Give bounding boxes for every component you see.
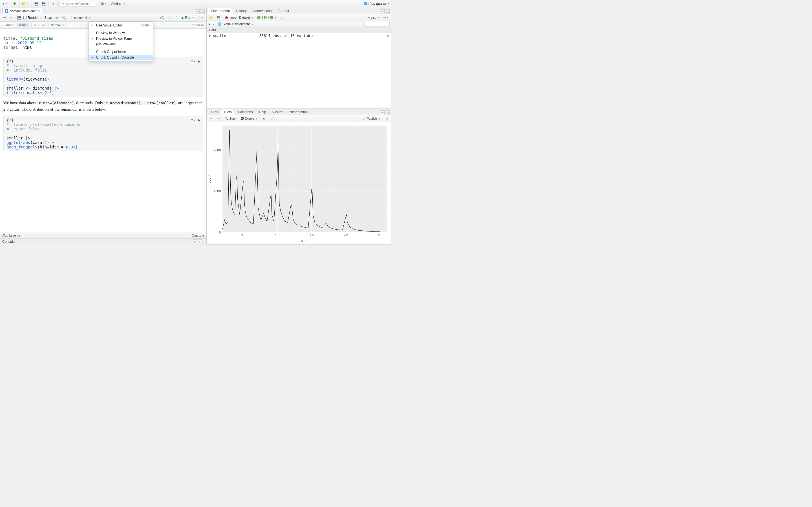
tab-presentation[interactable]: Presentation bbox=[286, 109, 311, 115]
tab-diamond-sizes[interactable]: ◆ diamond-sizes.qmd × bbox=[2, 8, 42, 14]
clear-workspace-icon[interactable]: 🧹 bbox=[280, 15, 286, 20]
render-button[interactable]: ➜Render bbox=[69, 16, 83, 20]
memory-usage[interactable]: 🟢 248 MiB ▼ bbox=[257, 16, 276, 19]
menu-use-visual-editor[interactable]: Use Visual Editor⇧⌘F4 bbox=[89, 22, 153, 28]
editor-tabstrip: ◆ diamond-sizes.qmd × ▭ ▢ bbox=[0, 7, 206, 14]
chunk-options-icon[interactable]: ≡▾ bbox=[191, 118, 196, 122]
render-options-dropdown: Use Visual Editor⇧⌘F4 Preview in Window … bbox=[89, 21, 153, 61]
save-doc-icon[interactable]: 💾 bbox=[16, 15, 22, 20]
env-search-input[interactable] bbox=[364, 22, 390, 26]
code-chunk-setup[interactable]: ≡▾▶ {r} #| label: setup #| include: fals… bbox=[3, 57, 203, 97]
prose-paragraph[interactable]: We have data about r nrow(diamonds) diam… bbox=[3, 100, 203, 113]
minimize-pane-icon[interactable]: ▭ bbox=[195, 9, 200, 14]
plot-next-icon[interactable]: ➡ bbox=[216, 116, 221, 121]
environment-scope[interactable]: 🌐 Global Environment ▼ bbox=[218, 22, 253, 26]
new-file-icon[interactable]: ●▼ bbox=[2, 1, 8, 6]
render-options-icon[interactable]: ⚙▼ bbox=[84, 15, 92, 20]
spellcheck-icon[interactable]: ✔ bbox=[54, 15, 60, 20]
run-chunk-icon[interactable]: ▶ bbox=[198, 118, 200, 122]
nav-down-icon[interactable]: ⇩ bbox=[174, 15, 179, 20]
menu-chunk-output-console[interactable]: Chunk Output in Console bbox=[89, 55, 153, 60]
addins-menu[interactable]: Addins▼ bbox=[111, 2, 125, 6]
italic-icon[interactable]: I bbox=[38, 23, 39, 27]
forward-icon[interactable]: ➡ bbox=[8, 15, 14, 20]
tab-viewer[interactable]: Viewer bbox=[269, 109, 285, 115]
grid-icon[interactable]: ▦▼ bbox=[100, 1, 107, 6]
svg-text:count: count bbox=[207, 175, 211, 183]
insert-chunk-icon[interactable]: +C bbox=[158, 15, 165, 20]
editor-status-bar: (Top Level)⇅ Quarto⇅ bbox=[0, 232, 206, 238]
tab-plots[interactable]: Plots bbox=[221, 109, 235, 115]
nav-up-icon[interactable]: ⇧ bbox=[167, 15, 172, 20]
paragraph-style[interactable]: Normal▼ bbox=[51, 23, 64, 27]
menu-chunk-output-inline[interactable]: Chunk Output Inline bbox=[89, 49, 153, 55]
view-mode-list[interactable]: ≡ List ▼ bbox=[368, 16, 379, 19]
refresh-env-icon[interactable]: ⟳▼ bbox=[383, 15, 390, 20]
publish-icon[interactable]: ☄▼ bbox=[197, 15, 205, 20]
run-chunk-icon[interactable]: ▶ bbox=[198, 59, 200, 63]
expand-object-icon[interactable]: ◐ bbox=[209, 34, 211, 38]
tab-tutorial[interactable]: Tutorial bbox=[274, 8, 292, 14]
visual-mode[interactable]: Visual bbox=[17, 23, 29, 27]
editor-toolbar: ⬅ ➡ 💾 Render on Save ✔ 🔍 ➜Render ⚙▼ Use … bbox=[0, 14, 206, 22]
tab-environment[interactable]: Environment bbox=[208, 8, 233, 14]
source-mode[interactable]: Source bbox=[2, 23, 15, 27]
load-workspace-icon[interactable]: 📂 bbox=[208, 15, 214, 20]
tab-connections[interactable]: Connections bbox=[250, 8, 275, 14]
min-env-icon[interactable]: ▭ bbox=[380, 9, 385, 14]
save-icon[interactable]: 💾 bbox=[34, 1, 40, 6]
scope-selector[interactable]: (Top Level)⇅ bbox=[2, 234, 20, 237]
tab-help[interactable]: Help bbox=[256, 109, 269, 115]
file-type-indicator[interactable]: Quarto⇅ bbox=[192, 234, 204, 237]
yaml-format-val: html bbox=[22, 45, 32, 50]
new-project-icon[interactable]: ✚ bbox=[12, 1, 17, 6]
min-plots-icon[interactable]: ▭ bbox=[380, 110, 385, 115]
close-tab-icon[interactable]: × bbox=[38, 9, 40, 13]
menu-no-preview[interactable]: (No Preview) bbox=[89, 41, 153, 47]
remove-plot-icon[interactable]: ✖ bbox=[261, 116, 266, 121]
clear-plots-icon[interactable]: 🧹 bbox=[270, 116, 275, 121]
view-data-icon[interactable]: ▦ bbox=[387, 34, 389, 38]
code-chunk-plot[interactable]: ≡▾▶ {r} #| label: plot-smaller-diamonds … bbox=[3, 116, 203, 151]
max-env-icon[interactable]: ▢ bbox=[385, 9, 390, 14]
project-menu[interactable]: r4ds-quarto▼ bbox=[364, 2, 390, 6]
save-workspace-icon[interactable]: 💾 bbox=[216, 15, 221, 20]
max-plots-icon[interactable]: ▢ bbox=[385, 110, 390, 115]
publish-plot-button[interactable]: ☄ Publish ▼ bbox=[363, 117, 380, 121]
render-on-save-checkbox[interactable]: Render on Save bbox=[23, 16, 52, 20]
env-object-smaller[interactable]: ◐ smaller 53814 obs. of 10 variables ▦ bbox=[207, 33, 391, 38]
tab-packages[interactable]: Packages bbox=[235, 109, 256, 115]
goto-file-function[interactable]: ➔ bbox=[59, 1, 96, 6]
goto-input[interactable] bbox=[65, 2, 94, 5]
maximize-pane-icon[interactable]: ▢ bbox=[200, 9, 205, 14]
open-file-icon[interactable]: 📂▼ bbox=[21, 1, 30, 6]
menu-preview-in-viewer[interactable]: Preview in Viewer Pane bbox=[89, 36, 153, 41]
import-dataset-menu[interactable]: 📥 Import Dataset ▼ bbox=[225, 16, 253, 19]
export-button[interactable]: 🖼 Export ▼ bbox=[241, 117, 257, 120]
save-all-icon[interactable]: 💾 bbox=[41, 1, 47, 6]
print-icon[interactable]: 🖨 bbox=[50, 1, 56, 6]
svg-rect-0 bbox=[222, 126, 387, 232]
chunk-options-icon[interactable]: ≡▾ bbox=[191, 59, 196, 63]
svg-text:1.5: 1.5 bbox=[309, 233, 314, 237]
env-toolbar: 📂 💾 📥 Import Dataset ▼ 🟢 248 MiB ▼ 🧹 ≡ L… bbox=[207, 14, 391, 21]
zoom-button[interactable]: 🔍 Zoom bbox=[225, 117, 238, 121]
outline-toggle[interactable]: ≡ Outline bbox=[192, 23, 205, 27]
refresh-plot-icon[interactable]: ⟳ bbox=[384, 116, 390, 121]
menu-preview-in-window[interactable]: Preview in Window bbox=[89, 30, 153, 36]
numbered-list-icon[interactable]: ☷ bbox=[74, 23, 77, 27]
plot-canvas: 0.51.01.52.02.5010002000caratcount bbox=[207, 122, 391, 244]
bullet-list-icon[interactable]: ☰ bbox=[69, 23, 72, 27]
run-button[interactable]: ▶Run▼ bbox=[182, 16, 195, 20]
maximize-console-icon[interactable]: ▢ bbox=[198, 239, 202, 244]
plot-prev-icon[interactable]: ⬅ bbox=[208, 116, 214, 121]
bold-icon[interactable]: B bbox=[34, 23, 36, 27]
find-icon[interactable]: 🔍 bbox=[61, 15, 67, 20]
back-icon[interactable]: ⬅ bbox=[2, 15, 7, 20]
minimize-console-icon[interactable]: ▭ bbox=[193, 239, 197, 244]
console-panel-header[interactable]: Console ▭ ▢ bbox=[0, 238, 206, 244]
language-scope[interactable]: R ▼ bbox=[208, 22, 214, 26]
tab-files[interactable]: Files bbox=[208, 109, 221, 115]
tab-history[interactable]: History bbox=[233, 8, 250, 14]
code-icon[interactable]: </> bbox=[42, 23, 46, 27]
